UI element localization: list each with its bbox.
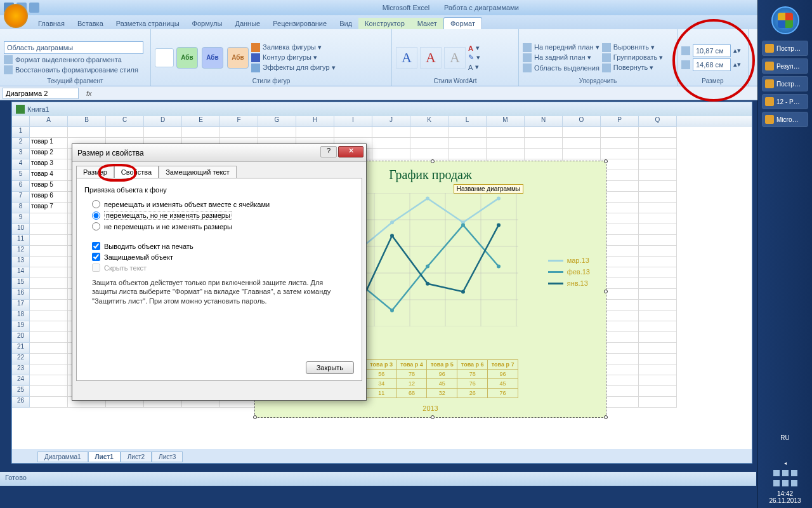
tab-insert[interactable]: Вставка [71,18,110,29]
taskbar-item[interactable]: Постр… [762,76,808,91]
cell[interactable] [601,343,639,354]
row-header[interactable]: 19 [12,321,30,332]
clock-time[interactable]: 14:42 [758,490,812,497]
cell[interactable] [30,300,68,311]
cell[interactable]: товар 2 [30,149,68,159]
radio-no-move-no-size[interactable]: не перемещать и не изменять размеры [92,222,354,231]
row-header[interactable]: 23 [12,364,30,375]
name-box[interactable]: Диаграмма 2 [3,88,79,99]
cell[interactable] [639,332,677,343]
select-all-corner[interactable] [12,116,30,127]
cell[interactable] [106,127,144,138]
dialog-help-button[interactable]: ? [320,146,337,157]
cell[interactable] [639,235,677,246]
radio-move-size[interactable]: перемещать и изменять объект вместе с яч… [92,200,354,208]
text-effects-button[interactable]: A▾ [468,63,480,71]
cell[interactable] [601,181,639,192]
clock-date[interactable]: 26.11.2013 [758,497,812,504]
cell[interactable] [639,375,677,386]
cell[interactable] [639,278,677,289]
check-hide-text[interactable]: Скрыть текст [92,264,354,272]
cell[interactable] [639,300,677,311]
tray-icon[interactable] [782,480,789,486]
row-header[interactable]: 3 [12,149,30,159]
taskbar-item[interactable]: 12 - P… [762,94,808,109]
cell[interactable] [30,246,68,257]
legend-item[interactable]: мар.13 [548,257,590,264]
cell[interactable] [334,127,372,138]
cell[interactable] [639,181,677,192]
row-header[interactable]: 12 [12,246,30,257]
language-indicator[interactable]: RU [758,434,812,441]
cell[interactable] [639,213,677,224]
reset-style-button[interactable]: Восстановить форматирование стиля [4,65,143,74]
insert-shape-button[interactable] [155,48,174,67]
cell[interactable] [30,375,68,386]
close-button[interactable]: Закрыть [306,361,354,374]
row-header[interactable]: 21 [12,343,30,354]
taskbar-item[interactable]: Micro… [762,112,808,127]
dialog-tab-properties[interactable]: Свойства [114,166,159,178]
tab-chart-design[interactable]: Конструктор [358,18,411,29]
row-header[interactable]: 11 [12,235,30,246]
tray-icon[interactable] [773,480,780,486]
column-header[interactable]: M [487,116,525,127]
height-input[interactable]: 10,87 см [693,44,731,57]
cell[interactable]: товар 3 [30,159,68,170]
selection-pane-button[interactable]: Область выделения [523,64,599,72]
tray-icon[interactable] [791,470,797,476]
cell[interactable] [601,138,639,149]
wordart-style-2[interactable]: A [420,47,442,69]
cell[interactable] [372,127,410,138]
cell[interactable]: товар 4 [30,170,68,181]
align-button[interactable]: Выровнять ▾ [602,43,664,52]
cell[interactable] [639,127,677,138]
column-header[interactable]: D [144,116,182,127]
cell[interactable] [639,311,677,321]
cell[interactable] [639,364,677,375]
cell[interactable] [258,127,296,138]
row-header[interactable]: 2 [12,138,30,149]
cell[interactable]: товар 7 [30,203,68,213]
cell[interactable] [639,170,677,181]
tray-icon[interactable] [791,480,797,486]
column-header[interactable]: P [601,116,639,127]
cell[interactable] [601,213,639,224]
shape-outline-button[interactable]: Контур фигуры ▾ [251,53,336,62]
spinner-icon[interactable]: ▴▾ [733,60,741,69]
cell[interactable] [372,138,410,149]
legend-item[interactable]: янв.13 [548,279,590,287]
column-header[interactable]: Q [639,116,677,127]
cell[interactable] [639,354,677,364]
cell[interactable] [639,386,677,397]
text-fill-button[interactable]: A▾ [468,44,480,52]
cell[interactable] [296,127,334,138]
cell[interactable] [601,332,639,343]
chart-legend[interactable]: мар.13фев.13янв.13 [548,257,590,291]
check-print[interactable]: Выводить объект на печать [92,242,354,250]
cell[interactable] [639,149,677,159]
tab-chart-layout[interactable]: Макет [411,18,443,29]
check-locked[interactable]: Защищаемый объект [92,253,354,261]
cell[interactable] [639,289,677,300]
cell[interactable] [410,127,449,138]
tab-page-layout[interactable]: Разметка страницы [110,18,186,29]
cell[interactable] [30,332,68,343]
cell[interactable]: товар 6 [30,192,68,203]
cell[interactable] [601,203,639,213]
width-input[interactable]: 14,68 см [693,58,731,71]
cell[interactable] [639,343,677,354]
cell[interactable] [639,397,677,408]
cell[interactable] [601,311,639,321]
rotate-button[interactable]: Повернуть ▾ [602,64,664,72]
cell[interactable] [30,354,68,364]
legend-item[interactable]: фев.13 [548,268,590,276]
cell[interactable] [449,127,487,138]
row-header[interactable]: 14 [12,267,30,278]
sheet-tab-chart1[interactable]: Диаграмма1 [37,451,88,462]
column-header[interactable]: N [525,116,563,127]
cell[interactable] [525,138,563,149]
cell[interactable] [30,289,68,300]
cell[interactable] [601,397,639,408]
row-header[interactable]: 25 [12,386,30,397]
